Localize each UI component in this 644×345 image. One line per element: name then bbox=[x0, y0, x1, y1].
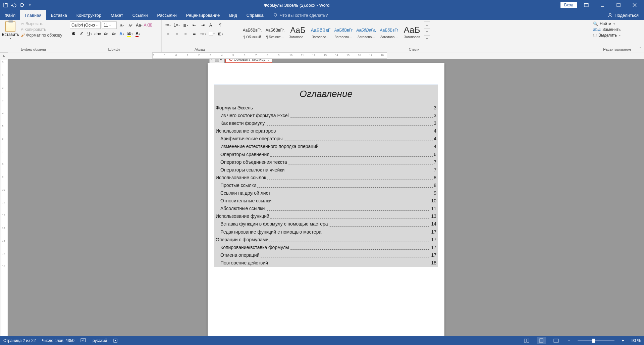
cut-button[interactable]: ✂Вырезать bbox=[21, 21, 62, 26]
sort-button[interactable]: A↓ bbox=[208, 21, 215, 29]
toc-entry[interactable]: Формулы Эксель 3 bbox=[214, 104, 438, 112]
show-marks-button[interactable]: ¶ bbox=[217, 21, 224, 29]
clear-formatting-button[interactable]: A⌫ bbox=[144, 21, 152, 29]
toc-entry[interactable]: Абсолютные ссылки11 bbox=[214, 205, 438, 212]
toc-entry[interactable]: Использование операторов 4 bbox=[214, 127, 438, 135]
subscript-button[interactable]: X2 bbox=[102, 30, 109, 38]
toc-entry[interactable]: Как ввести формулу 3 bbox=[214, 119, 438, 127]
find-button[interactable]: 🔍Найти▾ bbox=[593, 21, 641, 26]
gallery-up-icon[interactable]: ▴ bbox=[424, 22, 430, 29]
toc-entry[interactable]: Вставка функции в формулу с помощью маст… bbox=[214, 220, 438, 228]
status-language[interactable]: русский bbox=[93, 338, 107, 343]
replace-button[interactable]: ab⇄Заменить bbox=[593, 27, 641, 32]
font-color-button[interactable]: A▾ bbox=[134, 30, 142, 38]
style-item-2[interactable]: АаБЗаголово… bbox=[286, 21, 309, 42]
toc-entry[interactable]: Операторы ссылок на ячейки7 bbox=[214, 166, 438, 174]
toc-entry[interactable]: Использование функций 13 bbox=[214, 212, 438, 220]
tab-макет[interactable]: Макет bbox=[106, 10, 128, 20]
style-item-4[interactable]: АаБбВвГгЗаголово… bbox=[332, 21, 355, 42]
toc-entry[interactable]: Простые ссылки8 bbox=[214, 182, 438, 189]
style-item-1[interactable]: АаБбВвГг,¶ Без инт… bbox=[264, 21, 286, 42]
toc-entry[interactable]: Операции с формулами17 bbox=[214, 236, 438, 244]
tab-справка[interactable]: Справка bbox=[242, 10, 268, 20]
tab-рассылки[interactable]: Рассылки bbox=[152, 10, 181, 20]
align-center-button[interactable]: ≡ bbox=[173, 30, 180, 38]
collapse-ribbon-icon[interactable]: ⌃ bbox=[639, 46, 642, 51]
copy-button[interactable]: ⎘Копировать bbox=[21, 27, 62, 32]
zoom-slider[interactable] bbox=[578, 340, 614, 341]
bullets-button[interactable]: •≡▾ bbox=[164, 21, 172, 29]
tab-ссылки[interactable]: Ссылки bbox=[128, 10, 153, 20]
paste-button[interactable]: Вставить ▾ bbox=[3, 21, 18, 40]
tab-файл[interactable]: Файл bbox=[0, 10, 20, 20]
style-item-7[interactable]: АаБЗаголовок bbox=[400, 21, 423, 42]
style-item-6[interactable]: АаБбВвГгЗаголово… bbox=[378, 21, 400, 42]
toc-update-button[interactable]: Обновить таблицу… bbox=[225, 59, 272, 63]
change-case-button[interactable]: Aa▾ bbox=[136, 21, 143, 29]
horizontal-ruler[interactable]: 210123456789101112131415161718 bbox=[8, 52, 644, 59]
strikethrough-button[interactable]: abc bbox=[94, 30, 101, 38]
style-item-3[interactable]: АаБбВвГЗаголово… bbox=[309, 21, 332, 42]
zoom-in-button[interactable]: + bbox=[621, 338, 626, 343]
minimize-icon[interactable] bbox=[596, 0, 609, 10]
status-words[interactable]: Число слов: 4350 bbox=[42, 338, 74, 343]
tab-вставка[interactable]: Вставка bbox=[46, 10, 71, 20]
web-layout-icon[interactable] bbox=[552, 337, 560, 344]
status-page[interactable]: Страница 2 из 22 bbox=[3, 338, 36, 343]
vertical-ruler[interactable]: 012345678910111213141516 bbox=[0, 59, 8, 336]
justify-button[interactable]: ≣ bbox=[191, 30, 198, 38]
toc-entry[interactable]: Ссылки на другой лист9 bbox=[214, 189, 438, 197]
font-name-combo[interactable]: Calibri (Осно▾ bbox=[70, 21, 101, 29]
shading-button[interactable]: ▾ bbox=[208, 30, 215, 38]
print-layout-icon[interactable] bbox=[537, 337, 546, 344]
toc-options-button[interactable]: ▾ bbox=[213, 59, 224, 63]
maximize-icon[interactable] bbox=[612, 0, 625, 10]
zoom-out-button[interactable]: − bbox=[567, 338, 572, 343]
toc-entry[interactable]: Относительные ссылки 10 bbox=[214, 197, 438, 205]
gallery-more-icon[interactable]: ▾ bbox=[424, 36, 430, 42]
zoom-slider-thumb[interactable] bbox=[592, 339, 595, 343]
gallery-down-icon[interactable]: ▾ bbox=[424, 29, 430, 35]
italic-button[interactable]: К bbox=[78, 30, 85, 38]
text-effects-button[interactable]: A▾ bbox=[118, 30, 125, 38]
document-area[interactable]: ⋮ ▾ Обновить таблицу… Оглавление Формулы… bbox=[8, 59, 644, 336]
numbering-button[interactable]: 1≡▾ bbox=[173, 21, 180, 29]
decrease-indent-button[interactable]: ⇤ bbox=[191, 21, 198, 29]
read-mode-icon[interactable] bbox=[522, 337, 531, 344]
tab-рецензирование[interactable]: Рецензирование bbox=[181, 10, 224, 20]
styles-gallery-scroll[interactable]: ▴▾▾ bbox=[424, 21, 430, 42]
borders-button[interactable]: ⊞▾ bbox=[217, 30, 224, 38]
format-painter-button[interactable]: 🖌Формат по образцу bbox=[21, 33, 62, 38]
shrink-font-button[interactable]: A▾ bbox=[127, 21, 134, 29]
macro-icon[interactable] bbox=[113, 338, 118, 343]
toc-entry[interactable]: Операторы сравнения 6 bbox=[214, 151, 438, 158]
font-size-combo[interactable]: 11▾ bbox=[102, 21, 117, 29]
tell-me-input[interactable]: Что вы хотите сделать? bbox=[268, 10, 333, 20]
tab-главная[interactable]: Главная bbox=[20, 10, 46, 20]
spellcheck-icon[interactable] bbox=[80, 338, 87, 343]
close-icon[interactable] bbox=[628, 0, 641, 10]
share-button[interactable]: Поделиться bbox=[602, 10, 644, 20]
qat-customize-icon[interactable]: ▾ bbox=[27, 2, 33, 8]
tab-конструктор[interactable]: Конструктор bbox=[72, 10, 106, 20]
increase-indent-button[interactable]: ⇥ bbox=[199, 21, 207, 29]
tab-вид[interactable]: Вид bbox=[224, 10, 242, 20]
underline-button[interactable]: Ч▾ bbox=[86, 30, 93, 38]
line-spacing-button[interactable]: ↕≡▾ bbox=[199, 30, 207, 38]
bold-button[interactable]: Ж bbox=[70, 30, 77, 38]
align-left-button[interactable]: ≡ bbox=[164, 30, 172, 38]
highlight-button[interactable]: ab▾ bbox=[126, 30, 133, 38]
redo-icon[interactable] bbox=[19, 2, 25, 8]
grow-font-button[interactable]: A▴ bbox=[118, 21, 125, 29]
toc-entry[interactable]: Оператор объединения текста7 bbox=[214, 158, 438, 166]
toc-entry[interactable]: Отмена операций17 bbox=[214, 251, 438, 259]
toc-entry[interactable]: Арифметические операторы4 bbox=[214, 135, 438, 143]
display-options-icon[interactable] bbox=[580, 0, 593, 10]
save-icon[interactable] bbox=[3, 2, 9, 8]
toc-drag-handle-icon[interactable]: ⋮ bbox=[209, 59, 213, 63]
toc-entry[interactable]: Копирование/вставка формулы 17 bbox=[214, 244, 438, 251]
toc-container[interactable]: Оглавление Формулы Эксель 3Из чего состо… bbox=[214, 85, 438, 267]
style-item-5[interactable]: АаБбВвГг,Заголово… bbox=[355, 21, 378, 42]
toc-entry[interactable]: Повторение действий 18 bbox=[214, 259, 438, 267]
toc-entry[interactable]: Использование ссылок 8 bbox=[214, 174, 438, 182]
